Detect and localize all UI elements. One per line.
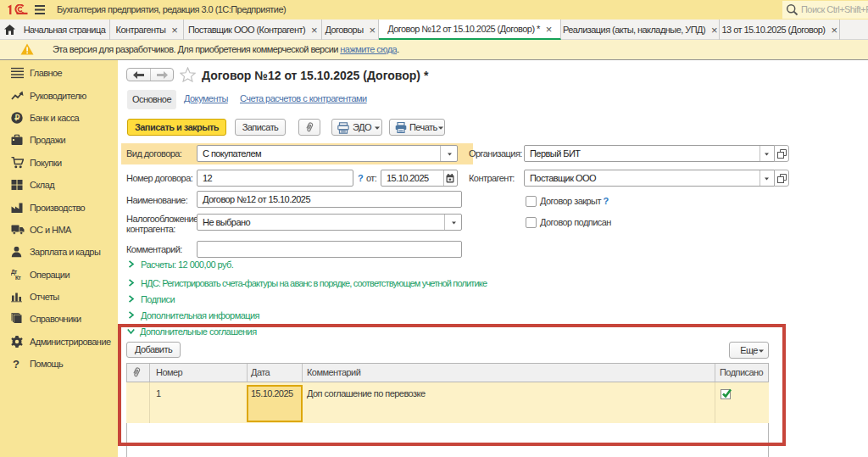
svg-text:₽: ₽	[14, 113, 19, 122]
svg-text:Кт: Кт	[15, 275, 20, 281]
